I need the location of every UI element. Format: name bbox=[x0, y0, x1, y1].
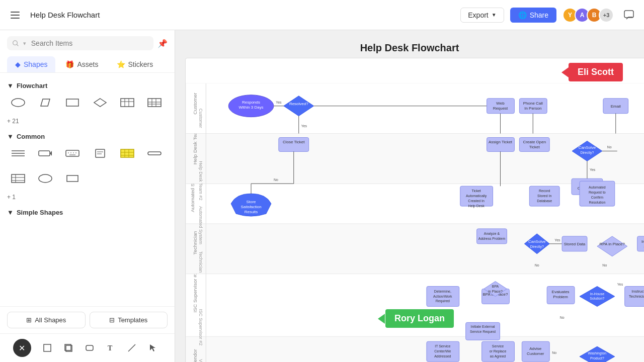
svg-text:In Person: In Person bbox=[524, 106, 541, 111]
svg-text:Yes: Yes bbox=[301, 124, 307, 128]
svg-text:No: No bbox=[552, 351, 556, 354]
rory-logan-tooltip-container: Rory Logan bbox=[385, 309, 454, 328]
flowchart-shapes-grid bbox=[7, 92, 168, 114]
svg-text:Created In: Created In bbox=[468, 199, 485, 203]
svg-text:CanSolve: CanSolve bbox=[579, 145, 596, 150]
common-shape-rect2[interactable] bbox=[61, 167, 84, 190]
flowchart-shape-rectangle[interactable] bbox=[61, 92, 84, 114]
search-input-wrap[interactable]: ▾ bbox=[7, 36, 153, 50]
flowchart-shape-parallelogram[interactable] bbox=[34, 92, 56, 114]
svg-text:Confirm: Confirm bbox=[591, 196, 604, 199]
cursor-triangle bbox=[561, 67, 569, 77]
svg-text:Directly?: Directly? bbox=[530, 245, 544, 249]
svg-text:No: No bbox=[560, 316, 565, 319]
chevron-down-icon: ▼ bbox=[7, 133, 14, 140]
tab-assets[interactable]: 🎁 Assets bbox=[57, 56, 106, 72]
common-more[interactable]: + 1 bbox=[7, 192, 168, 205]
common-shape-keyboard[interactable] bbox=[61, 142, 84, 164]
tool-text[interactable]: T bbox=[102, 339, 120, 357]
svg-point-42 bbox=[39, 174, 52, 183]
common-shape-tag[interactable] bbox=[34, 142, 56, 164]
svg-marker-8 bbox=[94, 99, 106, 107]
svg-text:Automated: Automated bbox=[589, 186, 606, 189]
svg-text:Advise: Advise bbox=[529, 346, 541, 351]
tool-rectangle[interactable] bbox=[38, 339, 56, 357]
sidebar: ▾ 📌 ◆ Shapes 🎁 Assets ⭐ Stickers bbox=[0, 30, 175, 362]
templates-label: Templates bbox=[118, 316, 147, 324]
svg-text:Address Problem: Address Problem bbox=[478, 237, 506, 240]
svg-text:BPA: BPA bbox=[492, 285, 499, 288]
svg-text:Washington: Washington bbox=[588, 351, 607, 355]
svg-text:ISC Supervisor #2: ISC Supervisor #2 bbox=[192, 272, 198, 312]
svg-text:Request to: Request to bbox=[589, 191, 606, 195]
canvas-area[interactable]: Help Desk Flowchart Vendor ISC Superviso… bbox=[175, 30, 644, 362]
all-shapes-button[interactable]: ⊞ All Shapes bbox=[7, 312, 86, 328]
svg-rect-23 bbox=[66, 150, 79, 156]
search-dropdown-icon: ▾ bbox=[23, 40, 26, 47]
svg-rect-2 bbox=[11, 18, 20, 19]
tab-shapes[interactable]: ◆ Shapes bbox=[7, 56, 55, 72]
svg-text:Evaluates: Evaluates bbox=[552, 290, 570, 294]
svg-text:Yes: Yes bbox=[276, 101, 282, 104]
common-shape-doc[interactable] bbox=[89, 142, 111, 164]
pin-button[interactable]: 📌 bbox=[157, 39, 168, 48]
tool-rounded-rect[interactable] bbox=[80, 339, 99, 357]
svg-rect-9 bbox=[121, 99, 134, 107]
rory-logan-tooltip: Rory Logan bbox=[385, 309, 454, 328]
chevron-down-icon: ▼ bbox=[492, 12, 497, 18]
svg-text:Yes: Yes bbox=[617, 283, 623, 286]
svg-text:Stored Data: Stored Data bbox=[564, 242, 586, 246]
svg-marker-50 bbox=[150, 344, 155, 351]
flowchart-shape-diamond[interactable] bbox=[89, 92, 111, 114]
templates-button[interactable]: ⊟ Templates bbox=[90, 312, 168, 328]
avatar-count: +3 bbox=[599, 8, 614, 23]
close-button[interactable]: ✕ bbox=[13, 339, 31, 357]
flowchart-shape-table[interactable] bbox=[116, 92, 138, 114]
common-shape-table3[interactable] bbox=[7, 167, 29, 190]
svg-text:Vendor: Vendor bbox=[198, 359, 203, 362]
svg-text:Automatically: Automatically bbox=[466, 194, 487, 198]
section-simple-shapes[interactable]: ▼ Simple Shapes bbox=[7, 205, 168, 218]
svg-text:Determine,: Determine, bbox=[434, 290, 451, 293]
tab-assets-label: Assets bbox=[77, 60, 98, 68]
svg-text:Help Desk: Help Desk bbox=[468, 204, 485, 208]
tool-layered-rect[interactable] bbox=[59, 339, 77, 357]
flowchart-shape-grid[interactable] bbox=[143, 92, 166, 114]
svg-text:Satisfaction: Satisfaction bbox=[240, 205, 261, 209]
svg-text:Customer: Customer bbox=[198, 109, 203, 128]
tool-pointer[interactable] bbox=[144, 339, 162, 357]
chat-button[interactable] bbox=[620, 6, 638, 24]
tool-line[interactable] bbox=[123, 339, 141, 357]
globe-icon: 🌐 bbox=[518, 11, 527, 19]
grid-icon: ⊞ bbox=[26, 316, 32, 324]
share-button[interactable]: 🌐 Share bbox=[510, 8, 556, 23]
section-flowchart[interactable]: ▼ Flowchart bbox=[7, 78, 168, 92]
export-button[interactable]: Export ▼ bbox=[460, 8, 504, 23]
search-input[interactable] bbox=[31, 39, 148, 47]
bottom-panel: ⊞ All Shapes ⊟ Templates bbox=[0, 306, 175, 333]
common-shape-bar[interactable] bbox=[143, 142, 166, 164]
svg-text:No: No bbox=[602, 263, 607, 267]
common-shape-table2[interactable] bbox=[116, 142, 138, 164]
svg-text:Database: Database bbox=[537, 199, 552, 203]
svg-text:Store: Store bbox=[247, 200, 257, 204]
svg-text:Within 3 Days: Within 3 Days bbox=[238, 105, 263, 110]
menu-button[interactable] bbox=[6, 6, 24, 24]
export-label: Export bbox=[468, 11, 488, 19]
shapes-panel: ▼ Flowchart bbox=[0, 73, 175, 306]
flowchart-more[interactable]: + 21 bbox=[7, 116, 168, 129]
svg-text:Vendor: Vendor bbox=[192, 349, 198, 362]
tab-shapes-label: Shapes bbox=[24, 60, 47, 68]
collaborator-avatars: Y A B +3 bbox=[562, 8, 614, 23]
svg-text:Customer: Customer bbox=[192, 93, 198, 115]
svg-text:Service: Service bbox=[492, 344, 504, 348]
common-shape-ellipse[interactable] bbox=[34, 167, 56, 190]
flowchart-shape-oval[interactable] bbox=[7, 92, 29, 114]
svg-rect-38 bbox=[12, 174, 25, 183]
tab-stickers[interactable]: ⭐ Stickers bbox=[109, 56, 162, 72]
svg-rect-37 bbox=[148, 152, 161, 155]
common-shape-lines[interactable] bbox=[7, 142, 29, 164]
svg-rect-1 bbox=[11, 15, 20, 16]
svg-rect-32 bbox=[121, 149, 134, 157]
section-common[interactable]: ▼ Common bbox=[7, 129, 168, 142]
